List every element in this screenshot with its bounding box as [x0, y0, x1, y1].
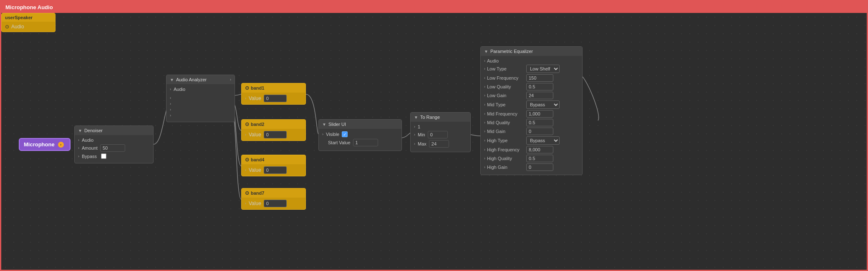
eq-high-type-label: High Type — [487, 138, 525, 143]
eq-mid-type-port[interactable]: › — [484, 103, 485, 107]
slider-ui-node: ▼ Slider UI › Visible ✓ Start Value — [318, 119, 402, 151]
analyzer-audio-port[interactable]: › — [170, 87, 171, 91]
denoiser-header: ▼ Denoiser — [75, 126, 153, 135]
analyzer-out-port-2[interactable]: › — [170, 102, 171, 106]
eq-mid-quality-label: Mid Quality — [487, 120, 525, 125]
band2-port[interactable]: › — [245, 133, 246, 137]
eq-mid-gain-input[interactable] — [526, 128, 553, 135]
denoiser-amount-label: Amount — [82, 146, 98, 151]
eq-low-type-select[interactable]: Low Shelf High Pass Bypass — [526, 65, 560, 73]
eq-low-quality-port[interactable]: › — [484, 85, 485, 89]
band4-icon[interactable]: ⊙ — [245, 157, 249, 163]
eq-low-type-port[interactable]: › — [484, 67, 485, 71]
eq-low-gain-port[interactable]: › — [484, 93, 485, 98]
eq-mid-gain-label: Mid Gain — [487, 129, 525, 134]
eq-high-freq-input[interactable] — [526, 146, 553, 153]
speaker-title: userSpeaker — [5, 15, 33, 20]
analyzer-out-port[interactable]: › — [230, 78, 231, 82]
node-canvas: Microphone › ▼ Denoiser › Audio › Amount — [1, 13, 867, 270]
eq-high-gain-port[interactable]: › — [484, 165, 485, 169]
band1-body: › Value — [242, 93, 305, 104]
to-range-max-row: › Max — [414, 140, 467, 148]
speaker-port-icon[interactable]: ⊙ — [5, 24, 9, 30]
band1-port[interactable]: › — [245, 96, 246, 100]
band7-port[interactable]: › — [245, 201, 246, 206]
denoiser-title: Denoiser — [84, 128, 103, 133]
eq-high-freq-port[interactable]: › — [484, 148, 485, 152]
analyzer-out-port-1[interactable]: › — [170, 96, 171, 100]
eq-audio-port[interactable]: › — [484, 59, 485, 63]
to-range-min-port[interactable]: › — [414, 133, 415, 137]
to-range-max-label: Max — [418, 141, 426, 146]
to-range-title: To Range — [420, 115, 440, 120]
to-range-max-input[interactable] — [429, 140, 449, 148]
eq-low-freq-port[interactable]: › — [484, 76, 485, 80]
band7-body: › Value — [242, 198, 305, 209]
denoiser-amount-port[interactable]: › — [78, 146, 79, 150]
band1-value-input[interactable] — [264, 95, 287, 102]
eq-high-quality-input[interactable] — [526, 155, 553, 162]
band2-title: band2 — [251, 122, 264, 127]
eq-high-type-select[interactable]: Bypass High Shelf High Pass — [526, 136, 560, 145]
eq-low-freq-input[interactable] — [526, 74, 553, 82]
microphone-port-out[interactable]: › — [58, 142, 64, 148]
analyzer-out2: › — [170, 102, 231, 106]
eq-mid-freq-row: › Mid Frequency — [484, 110, 579, 118]
slider-visible-label: Visible — [326, 132, 339, 137]
band4-value-input[interactable] — [264, 166, 287, 174]
to-range-val-port[interactable]: › — [414, 125, 415, 129]
eq-mid-quality-port[interactable]: › — [484, 120, 485, 125]
audio-analyzer-node: ▼ Audio Analyzer › › Audio › › › › — [166, 75, 235, 122]
band2-icon[interactable]: ⊙ — [245, 121, 249, 127]
eq-mid-type-label: Mid Type — [487, 102, 525, 107]
analyzer-collapse-arrow[interactable]: ▼ — [170, 78, 174, 82]
eq-low-gain-input[interactable] — [526, 92, 553, 99]
microphone-node: Microphone › — [19, 138, 71, 151]
to-range-collapse-arrow[interactable]: ▼ — [414, 115, 418, 120]
eq-collapse-arrow[interactable]: ▼ — [484, 49, 488, 54]
to-range-min-input[interactable] — [428, 131, 448, 138]
denoiser-body: › Audio › Amount › Bypass — [75, 135, 153, 163]
speaker-body: ⊙ Audio — [2, 22, 55, 32]
band2-value-input[interactable] — [264, 131, 287, 138]
eq-high-quality-row: › High Quality — [484, 155, 579, 162]
band4-body: › Value — [242, 164, 305, 176]
analyzer-out-port-4[interactable]: › — [170, 113, 171, 118]
to-range-max-port[interactable]: › — [414, 142, 415, 146]
app-window: Microphone Audio — [0, 0, 868, 271]
eq-high-quality-port[interactable]: › — [484, 156, 485, 161]
eq-low-quality-input[interactable] — [526, 83, 553, 90]
eq-mid-quality-input[interactable] — [526, 119, 553, 126]
slider-startval-row: Start Value — [322, 139, 398, 146]
eq-mid-gain-port[interactable]: › — [484, 129, 485, 133]
eq-low-type-row: › Low Type Low Shelf High Pass Bypass — [484, 65, 579, 73]
analyzer-title: Audio Analyzer — [176, 77, 207, 82]
slider-collapse-arrow[interactable]: ▼ — [322, 122, 326, 127]
eq-high-type-row: › High Type Bypass High Shelf High Pass — [484, 136, 579, 145]
slider-visible-checkbox[interactable]: ✓ — [342, 131, 348, 137]
slider-ui-header: ▼ Slider UI — [319, 120, 401, 129]
denoiser-bypass-port[interactable]: › — [78, 154, 79, 158]
denoiser-amount-input[interactable] — [100, 144, 125, 152]
band4-port[interactable]: › — [245, 168, 246, 172]
band7-icon[interactable]: ⊙ — [245, 190, 249, 196]
band1-icon[interactable]: ⊙ — [245, 85, 249, 91]
eq-high-gain-input[interactable] — [526, 163, 553, 171]
eq-mid-freq-input[interactable] — [526, 110, 553, 118]
slider-visible-port[interactable]: › — [322, 132, 323, 136]
to-range-header: ▼ To Range — [411, 113, 470, 122]
to-range-node: ▼ To Range › 1 › Min › Max — [410, 112, 471, 152]
denoiser-collapse-arrow[interactable]: ▼ — [78, 128, 82, 133]
eq-high-type-port[interactable]: › — [484, 138, 485, 143]
slider-startval-input[interactable] — [353, 139, 378, 146]
denoiser-audio-port[interactable]: › — [78, 138, 79, 142]
eq-audio-label: Audio — [487, 58, 525, 63]
eq-mid-type-select[interactable]: Bypass Peak Notch — [526, 100, 560, 109]
denoiser-bypass-row: › Bypass — [78, 153, 150, 159]
eq-mid-freq-port[interactable]: › — [484, 112, 485, 116]
band7-value-input[interactable] — [264, 200, 287, 207]
eq-low-type-label: Low Type — [487, 66, 525, 71]
analyzer-out-port-3[interactable]: › — [170, 108, 171, 112]
slider-visible-row: › Visible ✓ — [322, 131, 398, 137]
denoiser-bypass-checkbox[interactable] — [101, 153, 106, 159]
